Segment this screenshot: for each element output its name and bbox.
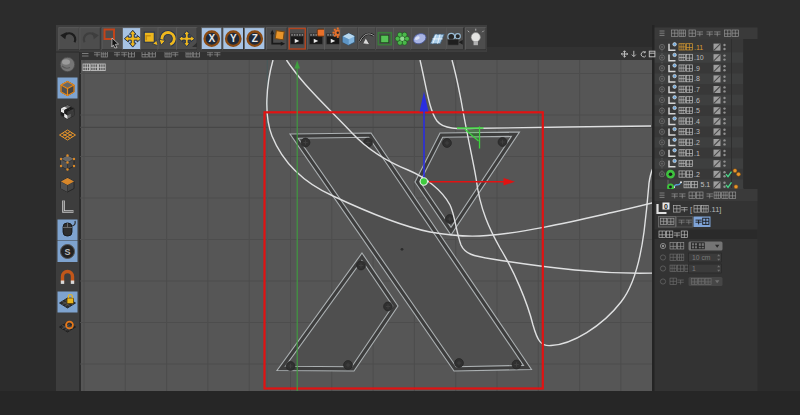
svg-text:.11]: .11] — [710, 205, 722, 214]
svg-text:Z: Z — [252, 33, 258, 44]
svg-text:.8: .8 — [694, 75, 700, 82]
svg-text:.11: .11 — [694, 44, 703, 51]
svg-text:10 cm: 10 cm — [692, 254, 711, 261]
svg-text:.2: .2 — [694, 171, 700, 178]
svg-text:.2: .2 — [694, 139, 700, 146]
svg-text:0: 0 — [664, 203, 668, 210]
svg-text:.4: .4 — [694, 118, 700, 125]
svg-text:X: X — [208, 33, 215, 44]
svg-text:1: 1 — [692, 265, 696, 272]
svg-text:5.1: 5.1 — [701, 181, 711, 188]
svg-text:S: S — [64, 247, 70, 257]
svg-text:Y: Y — [230, 33, 237, 44]
svg-text:.1: .1 — [694, 150, 700, 157]
svg-text:.9: .9 — [694, 65, 700, 72]
svg-text:.5: .5 — [694, 107, 700, 114]
svg-text:.6: .6 — [694, 97, 700, 104]
svg-text:.10: .10 — [694, 54, 704, 61]
svg-text:.7: .7 — [694, 86, 700, 93]
svg-text:.3: .3 — [694, 128, 700, 135]
